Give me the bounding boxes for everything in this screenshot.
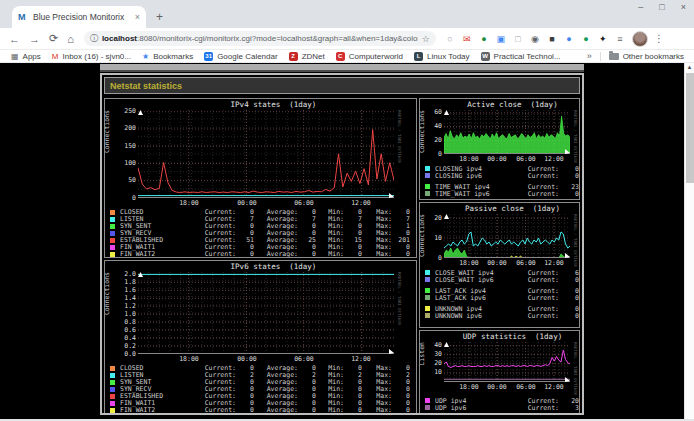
tab-monitorix[interactable]: M Blue Precision Monitorix × bbox=[12, 6, 146, 28]
bookmark-star-icon[interactable]: ☆ bbox=[422, 34, 430, 44]
y-tick: 0 bbox=[438, 255, 442, 262]
other-bookmarks[interactable]: Other bookmarks bbox=[609, 52, 684, 61]
reload-icon[interactable]: ⟳ bbox=[49, 32, 58, 45]
legend-row: CLOSEDCurrent:0Average:0Min:0Max:0 bbox=[110, 208, 416, 215]
bookmark-label: Practical Technol... bbox=[494, 52, 561, 61]
globe-ext-icon[interactable]: ● bbox=[478, 33, 490, 45]
eye-ext-icon[interactable]: ◉ bbox=[529, 33, 541, 45]
legend-row: UDP ipv6Current:3 bbox=[425, 404, 579, 411]
close-button[interactable]: × bbox=[681, 2, 686, 12]
page-info-icon[interactable]: ⓘ bbox=[90, 33, 98, 44]
page-scrollbar[interactable]: ▲ bbox=[684, 63, 694, 421]
minimize-button[interactable]: – bbox=[638, 2, 643, 12]
passive-close-plot bbox=[444, 214, 570, 258]
folder-icon bbox=[609, 53, 619, 60]
y-tick: 0 bbox=[438, 151, 442, 158]
x-tick: 00:00 bbox=[237, 199, 257, 207]
y-tick: 1.6 bbox=[124, 287, 136, 294]
x-tick: 12:00 bbox=[351, 199, 371, 207]
home-icon[interactable]: ⌂ bbox=[67, 33, 74, 45]
bookmark-wordpress[interactable]: WPractical Technol... bbox=[481, 52, 561, 61]
legend-row: ESTABLISHEDCurrent:0Average:0Min:0Max:0 bbox=[110, 392, 416, 399]
chart-panel-ipv4-states[interactable]: IPv4 states (1day) Connections 050100150… bbox=[104, 98, 417, 258]
gmail-ext-icon[interactable]: ✉ bbox=[461, 33, 473, 45]
legend-row: UDP ipv4Current:20 bbox=[425, 397, 579, 404]
y-axis-ticks: 10203040 bbox=[429, 342, 444, 382]
y-tick: 10 bbox=[434, 369, 442, 376]
scrollbar-thumb[interactable] bbox=[686, 73, 694, 183]
legend-swatch bbox=[425, 398, 430, 403]
y-tick: 2.0 bbox=[124, 271, 136, 278]
bookmark-apps-grid[interactable]: ▦Apps bbox=[11, 52, 41, 61]
page-content: Netstat statistics IPv4 states (1day) Co… bbox=[0, 63, 694, 421]
address-bar[interactable]: ⓘ localhost:8080/monitorix-cgi/monitorix… bbox=[84, 31, 436, 46]
bookmark-zdnet[interactable]: ZZDNet bbox=[289, 52, 325, 61]
other-bookmarks-label: Other bookmarks bbox=[623, 52, 684, 61]
x-tick: 18:00 bbox=[459, 259, 479, 267]
bookmark-label: ZDNet bbox=[302, 52, 325, 61]
zdnet-icon: Z bbox=[289, 52, 298, 61]
bookmark-label: Apps bbox=[23, 52, 41, 61]
bookmarks-bar: ▦AppsMInbox (16) - sjvn0...★Bookmarks31G… bbox=[0, 50, 694, 63]
bookmark-gmail[interactable]: MInbox (16) - sjvn0... bbox=[52, 52, 131, 61]
frame-ext-icon[interactable]: □ bbox=[512, 33, 524, 45]
x-tick: 06:00 bbox=[516, 383, 536, 391]
chart-legend-udp: UDP ipv4Current:20UDP ipv6Current:3 bbox=[420, 395, 579, 411]
blue-dot-ext-icon[interactable]: ● bbox=[563, 33, 575, 45]
plot-area: 18:0000:0006:0012:00 bbox=[138, 272, 394, 362]
maximize-button[interactable]: □ bbox=[659, 2, 664, 12]
gmail-icon: M bbox=[52, 52, 59, 61]
browser-menu-icon[interactable]: ⋮ bbox=[654, 33, 664, 44]
search-ext-icon[interactable]: ○ bbox=[444, 33, 456, 45]
bookmark-computerworld[interactable]: CComputerworld bbox=[336, 52, 403, 61]
legend-swatch bbox=[110, 245, 115, 250]
chart-panel-udp-statistics[interactable]: UDP statistics (1day) Listen 10203040 18… bbox=[419, 330, 580, 415]
computerworld-icon: C bbox=[336, 52, 345, 61]
list-ext-icon[interactable]: ≡ bbox=[614, 33, 626, 45]
forward-icon[interactable]: → bbox=[29, 33, 40, 45]
bookmark-star[interactable]: ★Bookmarks bbox=[142, 52, 193, 61]
legend-swatch bbox=[425, 173, 430, 178]
legend-swatch bbox=[110, 408, 115, 413]
url-text: localhost:8080/monitorix-cgi/monitorix.c… bbox=[102, 34, 418, 43]
legend-row: SYN_RECVCurrent:0Average:0Min:0Max:0 bbox=[110, 229, 416, 236]
google-calendar-icon: 31 bbox=[204, 52, 213, 61]
scrollbar-up-icon[interactable]: ▲ bbox=[685, 63, 694, 72]
green-dot-ext-icon[interactable]: ● bbox=[580, 33, 592, 45]
legend-swatch bbox=[425, 277, 430, 282]
legend-swatch bbox=[110, 238, 115, 243]
y-tick: 1.4 bbox=[124, 295, 136, 302]
legend-row: TIME_WAIT ipv4Current:23 bbox=[425, 183, 579, 190]
bookmark-label: Computerworld bbox=[349, 52, 403, 61]
bookmark-google-calendar[interactable]: 31Google Calendar bbox=[204, 52, 277, 61]
section-title: Netstat statistics bbox=[105, 81, 182, 91]
chart-title-passive-close: Passive close (1day) bbox=[420, 203, 579, 214]
x-tick: 06:00 bbox=[516, 259, 536, 267]
x-axis-ticks: 18:0000:0006:0012:00 bbox=[444, 154, 570, 162]
legend-swatch bbox=[110, 401, 115, 406]
wordpress-icon: W bbox=[481, 52, 490, 61]
y-tick: 0 bbox=[132, 195, 136, 202]
x-axis-ticks: 18:0000:0006:0012:00 bbox=[138, 198, 394, 206]
bookmarks-overflow-icon[interactable]: » bbox=[587, 51, 592, 61]
legend-row: FIN_WAIT1Current:0Average:0Min:0Max:0 bbox=[110, 399, 416, 406]
bookmark-linux-today[interactable]: LLinux Today bbox=[414, 52, 470, 61]
profile-avatar[interactable] bbox=[632, 31, 648, 47]
y-tick: 150 bbox=[124, 143, 136, 150]
dark-square-ext-icon[interactable]: ■ bbox=[546, 33, 558, 45]
y-tick: 0.6 bbox=[124, 327, 136, 334]
x-tick: 00:00 bbox=[237, 355, 257, 363]
y-tick: 0.4 bbox=[124, 335, 136, 342]
chart-panel-active-close[interactable]: Active close (1day) Connections 0204060 … bbox=[419, 98, 580, 200]
chart-panel-ipv6-states[interactable]: IPv6 states (1day) Connections 0.00.20.4… bbox=[104, 260, 417, 415]
pin-ext-icon[interactable]: ✦ bbox=[597, 33, 609, 45]
x-tick: 18:00 bbox=[459, 383, 479, 391]
back-icon[interactable]: ← bbox=[9, 33, 20, 45]
y-tick: 40 bbox=[434, 123, 442, 130]
tab-close-icon[interactable]: × bbox=[135, 12, 140, 22]
chart-panel-passive-close[interactable]: Passive close (1day) Connections 01020 1… bbox=[419, 202, 580, 328]
pages-ext-icon[interactable]: ▣ bbox=[495, 33, 507, 45]
y-tick: 1.2 bbox=[124, 303, 136, 310]
new-tab-button[interactable]: + bbox=[156, 10, 163, 24]
legend-swatch bbox=[110, 380, 115, 385]
